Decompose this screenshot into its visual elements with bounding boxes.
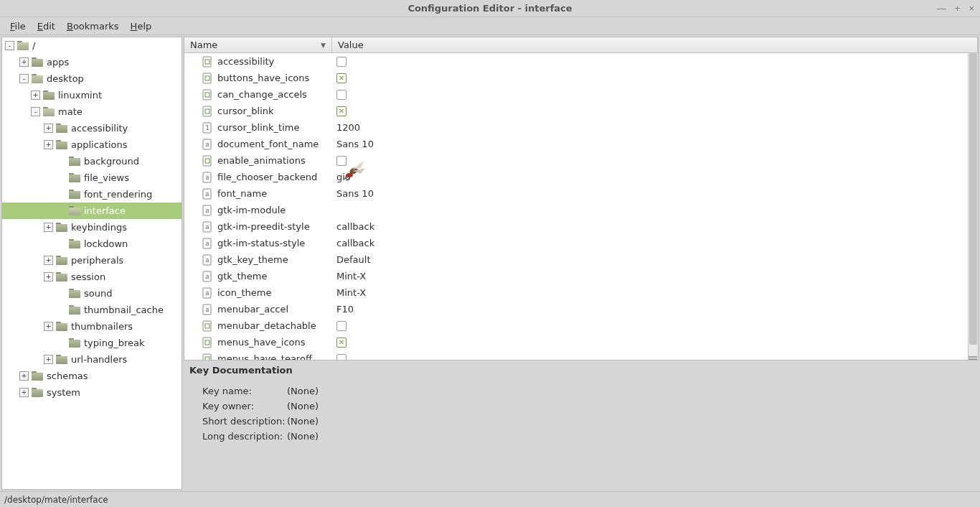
list-row[interactable]: agtk_themeMint-X xyxy=(184,268,978,284)
column-header-name[interactable]: Name ▼ xyxy=(184,37,332,52)
checkbox[interactable] xyxy=(336,73,347,83)
tree-node-applications[interactable]: +applications xyxy=(2,136,182,153)
list-row[interactable]: afile_chooser_backendgio xyxy=(184,169,978,185)
tree-node-thumbnail-cache[interactable]: thumbnail_cache xyxy=(2,302,182,318)
checkbox[interactable] xyxy=(336,321,347,331)
checkbox[interactable] xyxy=(336,57,347,67)
doc-title: Key Documentation xyxy=(189,365,973,376)
list-row[interactable]: 1cursor_blink_time1200 xyxy=(184,119,978,136)
tree-sidebar[interactable]: -/+apps-desktop+linuxmint-mate+accessibi… xyxy=(1,37,182,490)
tree-node-thumbnailers[interactable]: +thumbnailers xyxy=(2,318,182,335)
tree-node-peripherals[interactable]: +peripherals xyxy=(2,252,182,269)
list-row[interactable]: can_change_accels xyxy=(184,86,978,103)
expand-icon[interactable]: + xyxy=(44,322,53,331)
statusbar-path: /desktop/mate/interface xyxy=(4,495,108,505)
statusbar: /desktop/mate/interface xyxy=(0,491,980,507)
window-controls: — + × xyxy=(937,3,974,14)
checkbox[interactable] xyxy=(336,90,347,100)
tree-node-desktop[interactable]: -desktop xyxy=(2,70,182,87)
expand-icon[interactable]: + xyxy=(19,371,29,381)
list-row[interactable]: agtk-im-preedit-stylecallback xyxy=(184,218,978,235)
list-row[interactable]: accessibility xyxy=(184,53,978,70)
key-name: gtk-im-preedit-style xyxy=(217,221,310,232)
list-row[interactable]: menus_have_tearoff xyxy=(184,350,978,360)
list-row[interactable]: amenubar_accelF10 xyxy=(184,301,978,317)
list-row[interactable]: buttons_have_icons xyxy=(184,70,978,86)
tree-node-url-handlers[interactable]: +url-handlers xyxy=(2,351,182,368)
list-row[interactable]: enable_animations xyxy=(184,152,978,169)
expand-icon[interactable]: + xyxy=(44,223,53,232)
tree-node-interface[interactable]: interface xyxy=(2,203,182,219)
doc-key-owner-label: Key owner: xyxy=(202,401,287,411)
checkbox[interactable] xyxy=(336,354,347,361)
list-row[interactable]: agtk_key_themeDefault xyxy=(184,251,978,268)
tree-label: desktop xyxy=(47,73,84,84)
str-key-icon: a xyxy=(202,188,213,200)
key-name: gtk_key_theme xyxy=(217,254,288,265)
key-name: can_change_accels xyxy=(217,89,307,100)
tree-label: system xyxy=(47,387,80,398)
list-row[interactable]: menus_have_icons xyxy=(184,334,978,350)
menubar: FileEditBookmarksHelp xyxy=(0,17,980,35)
tree-node-mate[interactable]: -mate xyxy=(2,103,182,120)
list-row[interactable]: aicon_themeMint-X xyxy=(184,284,978,301)
expand-icon[interactable]: + xyxy=(19,57,29,67)
folder-icon xyxy=(43,107,55,116)
column-header-value[interactable]: Value xyxy=(332,37,978,52)
expand-icon[interactable]: + xyxy=(44,272,53,282)
list-row[interactable]: menubar_detachable xyxy=(184,317,978,334)
scrollbar-thumb[interactable] xyxy=(969,53,977,345)
list-body[interactable]: accessibilitybuttons_have_iconscan_chang… xyxy=(184,53,978,360)
menu-edit[interactable]: Edit xyxy=(32,19,61,33)
no-expander xyxy=(57,157,66,166)
expand-icon[interactable]: + xyxy=(44,256,53,265)
collapse-icon[interactable]: - xyxy=(19,74,29,83)
folder-icon xyxy=(69,157,80,166)
tree-node-session[interactable]: +session xyxy=(2,269,182,285)
str-key-icon: a xyxy=(202,238,213,249)
list-row[interactable]: afont_nameSans 10 xyxy=(184,185,978,202)
tree-node-apps[interactable]: +apps xyxy=(2,54,182,70)
menu-bookmarks[interactable]: Bookmarks xyxy=(61,19,125,33)
tree-node-schemas[interactable]: +schemas xyxy=(2,368,182,384)
minimize-button[interactable]: — xyxy=(937,3,946,14)
list-row[interactable]: agtk-im-module xyxy=(184,202,978,218)
tree-node-sound[interactable]: sound xyxy=(2,285,182,302)
expand-icon[interactable]: + xyxy=(19,388,29,397)
tree-node-system[interactable]: +system xyxy=(2,384,182,401)
folder-icon xyxy=(56,223,67,232)
expand-icon[interactable]: + xyxy=(44,355,53,364)
tree-label: keybindings xyxy=(71,222,127,233)
tree-node-lockdown[interactable]: lockdown xyxy=(2,236,182,252)
tree-node--[interactable]: -/ xyxy=(2,37,182,54)
documentation-panel: Key Documentation Key name: (None) Key o… xyxy=(184,361,979,490)
menu-help[interactable]: Help xyxy=(125,19,158,33)
tree-node-linuxmint[interactable]: +linuxmint xyxy=(2,87,182,103)
collapse-icon[interactable]: - xyxy=(5,41,14,50)
checkbox[interactable] xyxy=(336,106,347,116)
list-row[interactable]: adocument_font_nameSans 10 xyxy=(184,136,978,152)
checkbox[interactable] xyxy=(336,156,347,166)
checkbox[interactable] xyxy=(336,338,347,348)
tree-node-keybindings[interactable]: +keybindings xyxy=(2,219,182,236)
list-row[interactable]: agtk-im-status-stylecallback xyxy=(184,235,978,251)
expand-icon[interactable]: + xyxy=(31,90,40,100)
menu-file[interactable]: File xyxy=(4,19,32,33)
tree-label: / xyxy=(32,40,35,51)
tree-node-accessibility[interactable]: +accessibility xyxy=(2,120,182,136)
expand-icon[interactable]: + xyxy=(44,124,53,133)
maximize-button[interactable]: + xyxy=(955,3,961,14)
key-name: enable_animations xyxy=(217,155,306,166)
tree-node-font-rendering[interactable]: font_rendering xyxy=(2,186,182,203)
tree-node-file-views[interactable]: file_views xyxy=(2,169,182,186)
tree-label: url-handlers xyxy=(71,354,127,365)
tree-node-typing-break[interactable]: typing_break xyxy=(2,335,182,351)
close-button[interactable]: × xyxy=(969,3,974,14)
collapse-icon[interactable]: - xyxy=(31,107,40,116)
doc-short-desc-value: (None) xyxy=(287,416,319,427)
expand-icon[interactable]: + xyxy=(44,140,53,149)
list-row[interactable]: cursor_blink xyxy=(184,103,978,119)
tree-label: mate xyxy=(58,106,83,117)
tree-node-background[interactable]: background xyxy=(2,153,182,169)
vertical-scrollbar[interactable] xyxy=(968,53,978,360)
